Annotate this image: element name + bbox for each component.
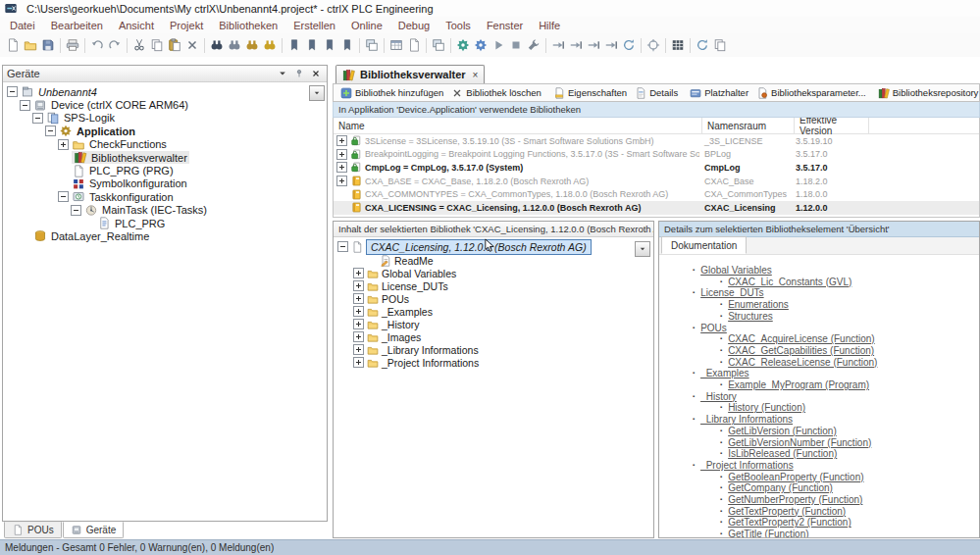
expand-icon[interactable] xyxy=(353,319,364,329)
debug-tools-icon[interactable] xyxy=(525,36,542,54)
content-item-license-duts[interactable]: License_DUTs xyxy=(334,279,653,292)
reset-step-icon[interactable] xyxy=(620,36,638,54)
menu-debug[interactable]: Debug xyxy=(390,19,438,32)
copy-window-icon[interactable] xyxy=(363,36,381,54)
doc-link[interactable]: History (Function) xyxy=(728,402,805,413)
doc-link[interactable]: GetCompany (Function) xyxy=(728,482,833,493)
library-row[interactable]: CXA_COMMONTYPES = CXA_CommonTypes, 1.18.… xyxy=(334,187,979,201)
selected-library-root[interactable]: CXAC_Licensing, 1.12.0.0 (Bosch Rexroth … xyxy=(366,239,592,255)
content-item-library-informations[interactable]: _Library Informations xyxy=(334,343,653,356)
collapse-icon[interactable] xyxy=(32,113,43,124)
close-tab-icon[interactable]: × xyxy=(473,70,479,80)
content-item-project-informations[interactable]: _Project Informations xyxy=(334,356,653,369)
expand-icon[interactable] xyxy=(336,176,347,186)
library-row[interactable]: 3SLicense = 3SLicense, 3.5.19.10 (3S - S… xyxy=(334,134,979,148)
doc-link[interactable]: _Project Informations xyxy=(700,460,794,471)
menu-tools[interactable]: Tools xyxy=(438,19,479,32)
doc-link[interactable]: CXAC_ReleaseLicense (Function) xyxy=(728,357,877,368)
expand-icon[interactable] xyxy=(353,293,364,304)
menu-fenster[interactable]: Fenster xyxy=(479,19,531,32)
column-namensraum[interactable]: Namensraum xyxy=(702,118,795,133)
replace-options-icon[interactable] xyxy=(261,36,279,54)
expand-icon[interactable] xyxy=(353,280,364,291)
doc-link[interactable]: CXAC_GetCapabilities (Function) xyxy=(728,345,874,356)
cut-icon[interactable] xyxy=(130,36,148,54)
content-item-readme[interactable]: ReadMe xyxy=(334,254,653,267)
collapse-icon[interactable] xyxy=(71,205,81,216)
content-item-history[interactable]: _History xyxy=(334,318,653,330)
column-name[interactable]: Name xyxy=(334,118,702,133)
expand-icon[interactable] xyxy=(336,149,347,160)
library-row[interactable]: CXA_BASE = CXAC_Base, 1.18.2.0 (Bosch Re… xyxy=(334,175,979,188)
menu-ansicht[interactable]: Ansicht xyxy=(111,19,162,32)
expand-icon[interactable] xyxy=(336,162,347,173)
start-icon[interactable] xyxy=(490,36,507,54)
expand-icon[interactable] xyxy=(353,306,364,317)
tree-item-application[interactable]: Application xyxy=(3,125,327,137)
doc-link[interactable]: CXAC_Lic_Constants (GVL) xyxy=(728,277,851,287)
doc-link[interactable]: Example_MyProgram (Program) xyxy=(728,379,869,390)
placeholder-button[interactable]: Platzhalter xyxy=(686,87,752,99)
find-options-icon[interactable] xyxy=(226,36,243,54)
doc-link[interactable]: GetLibVersionNumber (Function) xyxy=(728,437,871,448)
delete-library-button[interactable]: Bibliothek löschen xyxy=(447,87,545,99)
step-into-icon[interactable] xyxy=(567,36,585,54)
tree-item-plc-prg-call[interactable]: PLC_PRG xyxy=(3,217,327,229)
save-project-icon[interactable] xyxy=(39,36,57,54)
dropdown-icon[interactable] xyxy=(276,68,289,79)
new-object-icon[interactable] xyxy=(405,36,423,54)
doc-link[interactable]: GetTextProperty (Function) xyxy=(728,506,846,517)
menu-erstellen[interactable]: Erstellen xyxy=(285,19,343,32)
doc-link[interactable]: GetLibVersion (Function) xyxy=(728,426,837,436)
new-file-icon[interactable] xyxy=(4,36,22,54)
doc-link[interactable]: POUs xyxy=(700,323,727,333)
library-row-selected[interactable]: CXA_LICENSING = CXAC_Licensing, 1.12.0.0… xyxy=(334,201,979,215)
breakpoint-grid-icon[interactable] xyxy=(669,36,687,54)
menu-bibliotheken[interactable]: Bibliotheken xyxy=(211,19,285,32)
run-to-cursor-icon[interactable] xyxy=(602,36,620,54)
tree-item-project[interactable]: Unbenannt4 xyxy=(3,85,327,98)
tree-item-taskkonfiguration[interactable]: Taskkonfiguration xyxy=(3,190,327,203)
menu-datei[interactable]: Datei xyxy=(2,19,43,32)
menu-bearbeiten[interactable]: Bearbeiten xyxy=(43,19,111,32)
tree-item-maintask[interactable]: MainTask (IEC-Tasks) xyxy=(3,204,327,217)
doc-link[interactable]: _Examples xyxy=(700,368,748,378)
close-icon[interactable] xyxy=(309,68,323,79)
doc-link[interactable]: GetNumberProperty (Function) xyxy=(728,494,862,505)
sync-icon[interactable] xyxy=(694,36,711,54)
find-icon[interactable] xyxy=(208,36,226,54)
doc-link[interactable]: IsLibReleased (Function) xyxy=(728,448,837,459)
collapse-icon[interactable] xyxy=(58,191,69,202)
stop-icon[interactable] xyxy=(507,36,525,54)
collapse-icon[interactable] xyxy=(337,241,348,252)
properties-button[interactable]: Eigenschaften xyxy=(549,87,631,99)
add-library-button[interactable]: Bibliothek hinzufügen xyxy=(336,87,447,99)
open-project-icon[interactable] xyxy=(22,36,39,54)
menu-projekt[interactable]: Projekt xyxy=(162,19,211,32)
copy-icon[interactable] xyxy=(148,36,166,54)
doc-link[interactable]: CXAC_AcquireLicense (Function) xyxy=(728,333,875,344)
tree-item-sps-logik[interactable]: SPS-Logik xyxy=(3,112,327,125)
content-item-pous[interactable]: POUs xyxy=(334,292,653,305)
tab-bibliotheksverwalter[interactable]: Bibliotheksverwalter × xyxy=(335,65,485,83)
expand-icon[interactable] xyxy=(353,344,364,355)
content-item-images[interactable]: _Images xyxy=(334,330,653,343)
doc-link[interactable]: License_DUTs xyxy=(700,287,763,298)
doc-link[interactable]: _Library Informations xyxy=(700,414,793,425)
library-repository-button[interactable]: Bibliotheksrepository xyxy=(874,87,980,99)
step-over-icon[interactable] xyxy=(549,36,567,54)
tree-dropdown-button[interactable] xyxy=(309,85,325,101)
replace-icon[interactable] xyxy=(243,36,261,54)
tree-item-bibliotheksverwalter[interactable]: Bibliotheksverwalter xyxy=(3,151,327,164)
content-item-examples[interactable]: _Examples xyxy=(334,305,653,318)
bookmark-clear-icon[interactable] xyxy=(338,36,356,54)
pin-icon[interactable] xyxy=(292,68,306,79)
doc-link[interactable]: Structures xyxy=(728,311,773,322)
expand-icon[interactable] xyxy=(58,139,69,150)
dock-tab-geraete[interactable]: Geräte xyxy=(63,522,125,538)
doc-link[interactable]: Enumerations xyxy=(728,299,789,310)
library-parameters-button[interactable]: Bibliotheksparameter... xyxy=(752,87,870,99)
expand-icon[interactable] xyxy=(336,135,347,146)
paste-icon[interactable] xyxy=(166,36,183,54)
redo-icon[interactable] xyxy=(106,36,124,54)
